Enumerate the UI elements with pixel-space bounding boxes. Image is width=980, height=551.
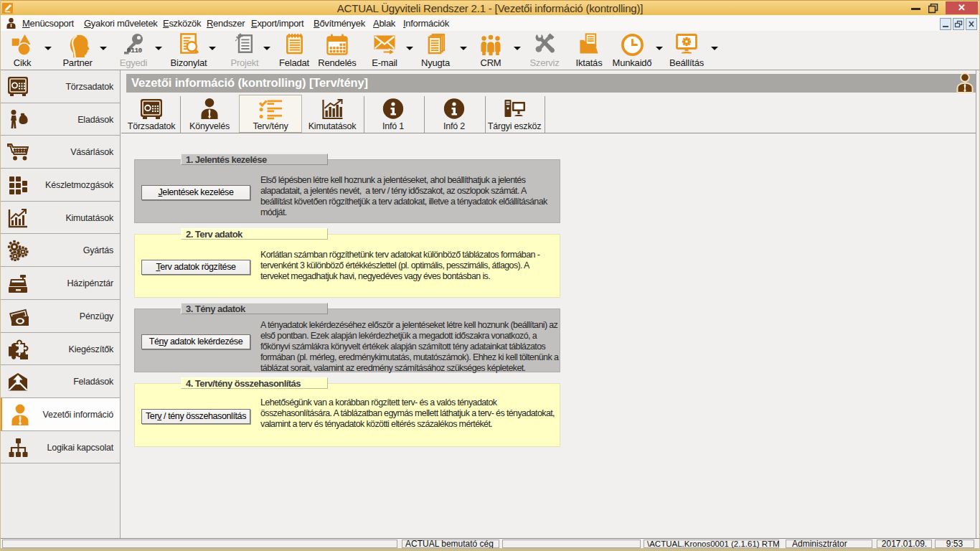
svg-text:0110: 0110	[127, 47, 143, 55]
